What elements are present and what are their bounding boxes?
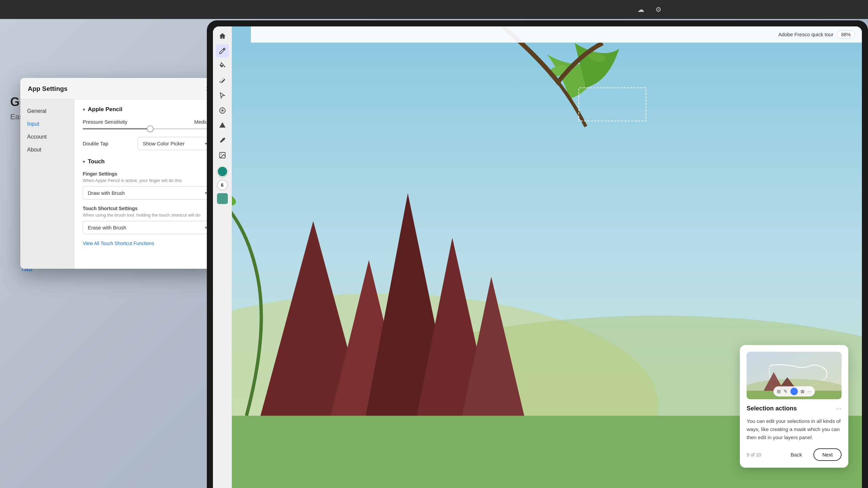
page-indicator: 9 of 10 [747,452,761,458]
modal-body: General Input Account About ▾ Apple Penc… [20,99,220,269]
toolbar-brush-btn[interactable] [216,44,229,58]
modal-sidebar: General Input Account About [20,99,75,269]
sidebar-item-input[interactable]: Input [20,118,75,130]
top-icons: ☁ ⚙ [635,3,665,16]
touch-shortcut-dropdown[interactable]: Erase with Brush ▾ [83,221,212,234]
cloud-icon[interactable]: ☁ [635,3,647,16]
finger-settings-desc: When Apple Pencil is active, your finger… [83,178,212,183]
pressure-slider-container [83,128,212,129]
progress-badge: 88% [837,30,855,39]
pressure-sensitivity-label: Pressure Sensitivity [83,119,127,125]
apple-pencil-collapse-icon[interactable]: ▾ [83,107,85,112]
toolbar-paint-btn[interactable] [216,119,229,132]
double-tap-label: Double Tap [83,141,108,146]
touch-collapse-icon[interactable]: ▾ [83,159,85,164]
layer-number-badge[interactable]: 6 [217,180,228,190]
selection-panel-title: Selection actions [747,405,797,412]
touch-shortcut-label: Touch Shortcut Settings [83,206,212,211]
double-tap-dropdown[interactable]: Show Color Picker ▾ [138,137,212,150]
finger-settings-value: Draw with Brush [88,190,125,196]
selection-panel-more-btn[interactable]: ··· [836,405,842,412]
mini-toolbar: ⊞ ✎ ⊠ ··· [773,386,815,396]
finger-settings-label: Finger Settings [83,171,212,177]
nav-buttons: Back Next [783,448,842,461]
toolbar-eyedropper-btn[interactable] [216,134,229,147]
pressure-sensitivity-row: Pressure Sensitivity Medium [83,119,212,125]
double-tap-row: Double Tap Show Color Picker ▾ [83,137,212,150]
sidebar-item-general[interactable]: General [20,105,75,118]
toolbar-home-btn[interactable] [216,29,229,43]
sidebar-item-about[interactable]: About [20,143,75,156]
next-button[interactable]: Next [813,448,842,461]
top-chrome-bar: ☁ ⚙ [0,0,868,19]
tablet-topbar: Adobe Fresco quick tour 88% [251,26,862,43]
modal-header: App Settings ✕ [20,78,220,99]
mini-tool-more[interactable]: ··· [807,389,811,394]
svg-point-2 [221,154,222,155]
touch-section-header: ▾ Touch [83,158,212,165]
slider-fill [83,128,150,129]
toolbar-image-btn[interactable] [216,148,229,162]
back-button[interactable]: Back [783,448,810,461]
selection-panel-footer: 9 of 10 Back Next [747,448,842,461]
touch-section: ▾ Touch Finger Settings When Apple Penci… [83,158,212,246]
apple-pencil-section-header: ▾ Apple Pencil [83,106,212,113]
mini-tool-2[interactable]: ✎ [784,389,788,394]
selection-rect [578,87,646,121]
mini-tool-1[interactable]: ⊞ [777,389,781,394]
modal-title: App Settings [28,85,67,93]
modal-content: ▾ Apple Pencil Pressure Sensitivity Medi… [75,99,220,269]
selection-panel: ⊞ ✎ ⊠ ··· Selection actions ··· You can … [740,345,848,468]
app-settings-modal: App Settings ✕ General Input Account Abo… [20,78,220,269]
quick-tour-label: Adobe Fresco quick tour [778,32,833,37]
view-all-touch-link[interactable]: View All Touch Shortcut Functions [83,241,154,246]
settings-icon[interactable]: ⚙ [652,3,665,16]
toolbar-left: 6 [213,26,232,488]
selection-panel-preview: ⊞ ✎ ⊠ ··· [747,352,842,399]
touch-shortcut-value: Erase with Brush [88,225,126,230]
double-tap-value: Show Color Picker [143,141,184,146]
color-swatch-primary[interactable] [217,166,228,177]
sidebar-item-account[interactable]: Account [20,130,75,143]
finger-settings-dropdown[interactable]: Draw with Brush ▾ [83,186,212,200]
toolbar-erase-btn[interactable] [216,74,229,87]
slider-thumb[interactable] [147,125,154,132]
touch-shortcut-desc: When using the brush tool, holding the t… [83,212,212,218]
touch-title: Touch [88,158,105,165]
desktop-app: ☁ ⚙ Welcome to Adobe Fresco, Michael! Ge… [0,0,868,488]
selection-panel-header: Selection actions ··· [747,405,842,412]
toolbar-lasso-btn[interactable] [216,104,229,117]
toolbar-select-btn[interactable] [216,89,229,102]
mini-tool-4[interactable]: ⊠ [801,389,805,394]
selection-panel-body: You can edit your selections in all kind… [747,417,842,442]
slider-track[interactable] [83,128,212,129]
tablet-screen: 6 Adobe Fresco quick tour 88% [213,26,862,488]
toolbar-fill-btn[interactable] [216,59,229,73]
color-swatch-secondary[interactable] [217,193,228,204]
apple-pencil-title: Apple Pencil [88,106,122,113]
tablet-device: 6 Adobe Fresco quick tour 88% [207,20,868,488]
mini-tool-3[interactable] [790,388,798,395]
canvas-area: Adobe Fresco quick tour 88% [232,26,862,488]
